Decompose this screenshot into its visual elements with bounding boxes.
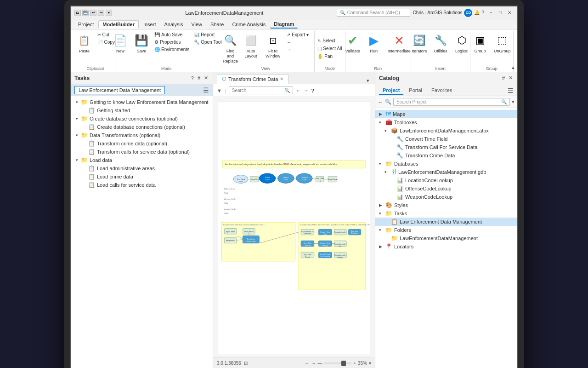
catalog-pin-button[interactable]: # [501, 75, 506, 81]
tasks-help-button[interactable]: ? [190, 75, 195, 81]
quick-access-save[interactable]: 💾 [82, 10, 89, 16]
quick-access-undo[interactable]: ↩ [90, 10, 96, 16]
nav-left-button[interactable]: ← [285, 39, 311, 46]
catalog-back-button[interactable]: ← [378, 99, 383, 105]
cat-item-toolboxes[interactable]: ▾ 🧰 Toolboxes [375, 118, 517, 126]
iterators-button[interactable]: 🔄 Iterators [409, 31, 430, 56]
catalog-dropdown-icon[interactable]: ▾ [512, 99, 514, 105]
tree-item-getting-started[interactable]: 📋 Getting started [71, 106, 213, 115]
catalog-search-icon[interactable]: 🔍 [385, 99, 391, 105]
auto-layout-button[interactable]: ⬜ Auto Layout [241, 31, 261, 61]
tree-item-transform-crime[interactable]: 📋 Transform crime data (optional) [71, 139, 213, 148]
cat-item-databases[interactable]: ▾ 📁 Databases [375, 160, 517, 168]
group-button[interactable]: ▣ Group [470, 31, 490, 56]
run-button[interactable]: ▶ Run [364, 31, 384, 56]
forward-icon[interactable]: → [311, 361, 316, 366]
cat-item-maps[interactable]: ▶ 🗺 Maps [375, 110, 517, 118]
minimize-button[interactable]: − [487, 9, 495, 17]
cat-item-tasks-folder[interactable]: ▾ 📁 Tasks [375, 209, 517, 218]
tree-item-load-calls[interactable]: 📋 Load calls for service data [71, 181, 213, 189]
autosave-button[interactable]: 💾 Auto Save [153, 31, 191, 38]
cat-item-transform-crime[interactable]: 🔧 Transform Crime Data [375, 151, 517, 160]
table-icon: 📊 [396, 194, 403, 200]
menu-share[interactable]: Share [207, 21, 227, 28]
catalog-menu-icon[interactable]: ☰ [508, 87, 514, 94]
tasks-pin-button[interactable]: # [197, 75, 201, 81]
diagram-search[interactable]: Search 🔍 [229, 86, 293, 94]
close-button[interactable]: ✕ [505, 9, 514, 17]
cat-item-ledm-folder[interactable]: 📁 LawEnforcementDataManagement [375, 234, 517, 242]
zoom-in-icon[interactable]: + [353, 361, 356, 366]
utilities-button[interactable]: 🔧 Utilities [430, 31, 451, 56]
command-search[interactable]: 🔍 Command Search (Alt+Q) [337, 9, 410, 17]
catalog-close-button[interactable]: ✕ [508, 75, 514, 81]
cat-item-ledm-task[interactable]: 📋 Law Enforcement Data Management [375, 218, 517, 226]
cat-item-ledm-gdb[interactable]: ▾ 🗄 LawEnforcementDataManagement.gdb [375, 168, 517, 176]
tree-item-load-crime[interactable]: 📋 Load crime data [71, 172, 213, 181]
menu-crime-analysis[interactable]: Crime Analysis [228, 21, 269, 28]
cat-item-convert-time[interactable]: 🔧 Convert Time Field [375, 135, 517, 143]
pan-button[interactable]: ✋ Pan [316, 53, 334, 60]
paste-button[interactable]: 📋 Paste [74, 31, 95, 56]
tree-item-load-data[interactable]: ▾ 📁 Load data [71, 156, 213, 164]
content-tab-transform[interactable]: ⬡ Transform Crime Data ✕ [217, 74, 288, 84]
menu-insert[interactable]: Insert [140, 21, 160, 28]
cat-item-location-lookup[interactable]: 📊 LocationCodeLookup [375, 176, 517, 184]
cat-item-weapon-lookup[interactable]: 📊 WeaponCodeLookup [375, 193, 517, 201]
cat-item-ledm-atbx[interactable]: ▾ 📦 LawEnforcementDataManagement.atbx [375, 126, 517, 135]
find-replace-button[interactable]: 🔍 Find and Replace [221, 31, 240, 65]
validate-button[interactable]: ✔ Validate [343, 31, 363, 56]
tasks-nav-menu-button[interactable]: ☰ [203, 86, 209, 94]
ungroup-button[interactable]: ⬚ UnGroup [491, 31, 514, 56]
cat-item-folders[interactable]: ▾ 📁 Folders [375, 226, 517, 234]
catalog-tab-portal[interactable]: Portal [405, 86, 426, 95]
select-button[interactable]: ↖ Select [316, 37, 337, 44]
cat-item-styles[interactable]: ▶ 🎨 Styles [375, 201, 517, 209]
bell-icon[interactable]: 🔔 [474, 10, 480, 15]
maximize-button[interactable]: □ [496, 9, 504, 17]
ribbon-expand-icon[interactable]: ▲ [511, 65, 515, 70]
tree-item-getting-to-know[interactable]: ▾ 📁 Getting to know Law Enforcement Data… [71, 98, 213, 106]
tasks-close-button[interactable]: ✕ [203, 75, 209, 81]
fit-icon[interactable]: ⊡ [244, 361, 248, 366]
tree-item-create-db[interactable]: ▾ 📁 Create database connections (optiona… [71, 115, 213, 123]
tab-close-button[interactable]: ✕ [280, 76, 283, 81]
table-icon: 📊 [396, 185, 403, 192]
menu-view[interactable]: View [187, 21, 206, 28]
nav-forward-icon[interactable]: → [304, 88, 309, 93]
filter-icon[interactable]: ▼ [217, 88, 222, 93]
zoom-slider[interactable] [324, 362, 351, 364]
properties-button[interactable]: ⚙ Properties [153, 39, 191, 46]
environments-button[interactable]: 🌐 Environments [153, 46, 191, 53]
export-button[interactable]: ↗ Export ▾ [285, 31, 311, 38]
tree-item-data-transform[interactable]: ▾ 📁 Data Transformations (optional) [71, 131, 213, 139]
cat-item-locators[interactable]: ▶ 📍 Locators [375, 242, 517, 251]
help-diagram-icon[interactable]: ? [311, 88, 314, 93]
nav-right-button[interactable]: → [285, 46, 311, 53]
quick-access-redo[interactable]: ↪ [98, 10, 104, 16]
cat-item-transform-call[interactable]: 🔧 Transform Call For Service Data [375, 143, 517, 151]
menu-project[interactable]: Project [74, 21, 97, 28]
menu-modelbuilder[interactable]: ModelBuilder [98, 20, 139, 29]
tree-item-load-admin[interactable]: 📋 Load administrative areas [71, 164, 213, 172]
ribbon-group-group: ▣ Group ⬚ UnGroup Group [470, 31, 514, 72]
logical-button[interactable]: ⬡ Logical [452, 31, 472, 56]
new-button[interactable]: 📄 New [110, 31, 130, 56]
zoom-more-icon[interactable]: ▾ [369, 361, 371, 366]
tree-item-create-db-sub[interactable]: 📋 Create database connections (optional) [71, 123, 213, 131]
fit-window-button[interactable]: ⊡ Fit to Window [262, 31, 284, 61]
help-icon[interactable]: ? [481, 10, 484, 15]
cat-item-offense-lookup[interactable]: 📊 OffenseCodeLookup [375, 184, 517, 193]
tab-arrow-down-icon[interactable]: ▾ [365, 78, 371, 84]
menu-diagram[interactable]: Diagram [270, 20, 298, 29]
back-icon[interactable]: ← [305, 361, 309, 366]
catalog-tab-favorites[interactable]: Favorites [428, 86, 456, 95]
tree-item-transform-calls[interactable]: 📋 Transform calls for service data (opti… [71, 148, 213, 156]
menu-analysis[interactable]: Analysis [160, 21, 187, 28]
nav-back-icon[interactable]: ← [296, 88, 301, 93]
catalog-search[interactable]: Search Project 🔍 [393, 98, 510, 106]
catalog-tab-project[interactable]: Project [379, 86, 403, 95]
quick-access-more[interactable]: ▾ [106, 10, 112, 16]
save-button[interactable]: 💾 Save [131, 31, 152, 56]
select-all-button[interactable]: ⬚ Select All [316, 45, 344, 52]
